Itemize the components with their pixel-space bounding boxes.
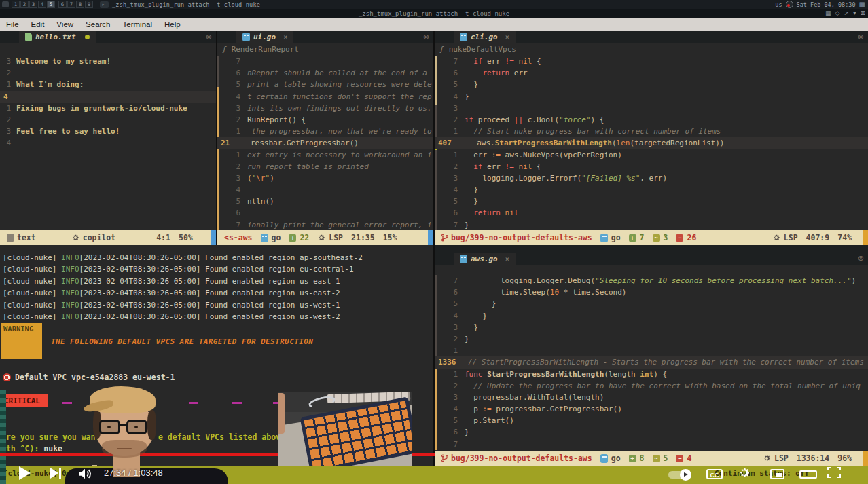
confirm-prompt-line2[interactable]: ith ^C): nuke: [1, 444, 62, 453]
line-number: 4: [435, 310, 465, 322]
code-line: 4}: [435, 184, 868, 196]
code-line: 4}: [435, 310, 868, 322]
led-dash: [189, 402, 198, 404]
menu-item-file[interactable]: File: [0, 20, 25, 29]
miniplayer-button[interactable]: [770, 469, 784, 479]
workspace-button-6[interactable]: 6: [58, 1, 67, 8]
volume-icon[interactable]: [77, 466, 92, 481]
tab-cli-go[interactable]: cli.go ×: [454, 31, 516, 43]
log-line: [cloud-nuke] INFO[2023-02-04T08:30:26-05…: [3, 277, 340, 286]
settings-gear-icon[interactable]: [738, 466, 751, 479]
menu-item-search[interactable]: Search: [79, 20, 116, 29]
window-icon: [2, 1, 9, 7]
scroll-percent: 50%: [179, 233, 193, 242]
autoplay-toggle[interactable]: [668, 471, 690, 479]
code-line: 6}: [435, 426, 868, 438]
workspace-button-7[interactable]: 7: [67, 1, 75, 8]
pane-close-icon[interactable]: ⊗: [858, 254, 864, 263]
code-line: 2: [0, 114, 216, 126]
menu-item-help[interactable]: Help: [158, 20, 187, 29]
git-added-icon: +: [289, 234, 296, 242]
lsp-label: LSP: [784, 233, 798, 242]
scrollbar-chunk[interactable]: [863, 230, 868, 245]
next-button[interactable]: [50, 468, 64, 479]
tabline-aws: aws.go × ⊗: [435, 245, 868, 265]
pane-cli-go: cli.go × ⊗ ƒnukeDefaultVpcs 7if err != n…: [435, 31, 868, 245]
pane-close-icon[interactable]: ⊗: [858, 33, 864, 41]
theater-mode-button[interactable]: [799, 470, 817, 479]
tab-aws-go[interactable]: aws.go ×: [454, 253, 516, 265]
scrollbar-chunk[interactable]: [428, 230, 433, 245]
play-button[interactable]: [19, 466, 31, 480]
scrollbar-chunk[interactable]: [863, 451, 868, 466]
code-line: 407aws.StartProgressBarWithLength(len(ta…: [435, 137, 868, 149]
screen-record-icon[interactable]: [786, 1, 793, 8]
buffer-ui-go[interactable]: 76nReport should be called at the end of…: [217, 56, 433, 231]
pane-close-icon[interactable]: ⊗: [423, 33, 429, 41]
menu-item-terminal[interactable]: Terminal: [117, 20, 158, 29]
git-changed-icon: ~: [653, 455, 660, 462]
fullscreen-button[interactable]: [827, 467, 841, 478]
detach-icon[interactable]: ↗: [844, 10, 849, 16]
log-line: [cloud-nuke] INFO[2023-02-04T08:30:26-05…: [3, 301, 340, 310]
cursor-position: 4:1: [156, 233, 170, 242]
close-window-icon[interactable]: ⊠: [860, 10, 865, 16]
workspace-button-3[interactable]: 3: [29, 1, 37, 8]
workspace-button-2[interactable]: 2: [20, 1, 29, 8]
captions-button[interactable]: CC: [706, 469, 723, 479]
pane-hello-txt: hello.txt ⊗ 3Welcome to my stream!21What…: [0, 31, 216, 245]
confirm-prompt-left: Are you sure you want: [1, 432, 100, 442]
tab-hello-txt[interactable]: hello.txt: [19, 31, 96, 43]
code-line: 3: [435, 103, 868, 114]
code-line: 6return err: [435, 67, 868, 79]
cursor-position: 1336:14: [797, 453, 829, 463]
log-line: [cloud-nuke] INFO[2023-02-04T08:30:26-05…: [3, 288, 340, 297]
buffer-cli-go[interactable]: 7if err != nil {6return err5}4}32if proc…: [435, 56, 868, 231]
minimize-icon[interactable]: ▾: [853, 10, 856, 16]
code-line: 5ntln(): [217, 196, 433, 207]
tab-ui-go[interactable]: ui.go ×: [236, 31, 293, 43]
code-line: 1// Start nuke progress bar with correct…: [435, 126, 868, 137]
go-file-icon: [460, 255, 467, 263]
code-line: 1What I'm doing:: [0, 79, 216, 90]
line-number: 5: [435, 298, 465, 310]
pane-ui-go: ui.go × ⊗ ƒRenderRunReport 76nReport sho…: [217, 31, 433, 245]
workspace-button-4[interactable]: 4: [38, 1, 46, 8]
git-added-count: 22: [300, 233, 309, 242]
menu-item-view[interactable]: View: [50, 20, 79, 29]
breadcrumb: ƒRenderRunReport: [217, 43, 299, 55]
line-number: 5: [435, 415, 465, 426]
buffer-aws-go[interactable]: 7logging.Logger.Debug("Sleeping for 10 s…: [435, 275, 868, 450]
pane-aws-go: aws.go × ⊗ 7logging.Logger.Debug("Sleepi…: [435, 245, 868, 466]
tabline-cli: cli.go × ⊗: [435, 31, 868, 43]
workspace-button-5[interactable]: 5: [47, 1, 55, 8]
line-number: 5: [435, 196, 465, 207]
workspace-button-1[interactable]: 1: [12, 1, 20, 8]
code-line: 7}: [435, 219, 868, 231]
cursor-position: 407:9: [806, 233, 830, 242]
git-removed-count: 26: [687, 233, 696, 242]
statusline-ui: <s-aws go +22 LSP 21:35 15%: [217, 230, 433, 245]
code-line: 5}: [435, 298, 868, 310]
scrollbar-chunk[interactable]: [211, 230, 216, 245]
line-number: 1: [0, 103, 16, 114]
line-number: 7: [435, 219, 465, 231]
layout-icon[interactable]: ◇: [835, 10, 839, 16]
code-line: 3Feel free to say hello!: [0, 126, 216, 137]
workspace-button-8[interactable]: 8: [76, 1, 84, 8]
tab-close-icon[interactable]: ×: [283, 33, 287, 41]
line-number: 4: [217, 91, 247, 103]
pane-close-icon[interactable]: ⊗: [206, 33, 212, 41]
clock[interactable]: Sat Feb 04, 08:30: [797, 1, 856, 8]
branch-icon: [441, 234, 448, 242]
workspace-button-9[interactable]: 9: [85, 1, 93, 8]
filetype-label: go: [611, 233, 621, 242]
keyboard-layout-indicator[interactable]: us: [775, 1, 782, 8]
tile-icon[interactable]: ▦: [825, 10, 831, 16]
tray-grid-icon[interactable]: ▦: [859, 1, 865, 8]
menu-item-edit[interactable]: Edit: [25, 20, 51, 29]
scroll-percent: 96%: [837, 453, 852, 463]
tab-close-icon[interactable]: ×: [505, 255, 509, 263]
buffer-hello-txt[interactable]: 3Welcome to my stream!21What I'm doing:4…: [0, 56, 216, 149]
tab-close-icon[interactable]: ×: [505, 33, 509, 41]
